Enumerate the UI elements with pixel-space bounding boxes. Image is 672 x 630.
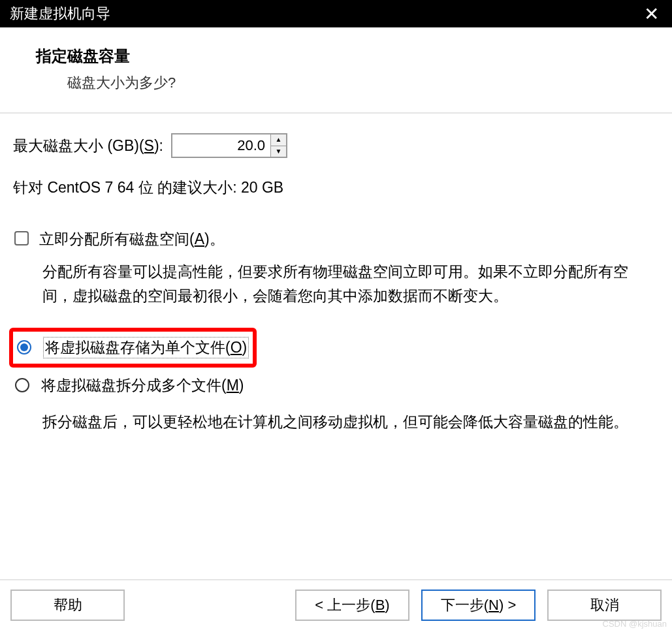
wizard-content: 最大磁盘大小 (GB)(S): ▲ ▼ 针对 CentOS 7 64 位 的建议… (0, 114, 672, 433)
store-single-file-radio[interactable] (17, 340, 31, 354)
highlighted-option: 将虚拟磁盘存储为单个文件(O) (9, 328, 257, 368)
store-single-file-label[interactable]: 将虚拟磁盘存储为单个文件(O) (43, 337, 249, 358)
split-files-row: 将虚拟磁盘拆分成多个文件(M) (13, 371, 659, 400)
window-title: 新建虚拟机向导 (10, 4, 110, 24)
page-title: 指定磁盘容量 (36, 46, 636, 67)
close-icon[interactable]: ✕ (641, 3, 662, 25)
next-button[interactable]: 下一步(N) > (421, 590, 536, 621)
disk-size-label: 最大磁盘大小 (GB)(S): (13, 136, 163, 156)
wizard-header: 指定磁盘容量 磁盘大小为多少? (0, 27, 672, 114)
back-button[interactable]: < 上一步(B) (295, 590, 409, 621)
spinner-buttons: ▲ ▼ (270, 134, 286, 157)
recommendation-text: 针对 CentOS 7 64 位 的建议大小: 20 GB (13, 178, 659, 198)
help-button[interactable]: 帮助 (10, 590, 125, 621)
spinner-down-icon[interactable]: ▼ (271, 146, 286, 157)
allocate-now-checkbox[interactable] (14, 231, 29, 245)
spinner-up-icon[interactable]: ▲ (271, 134, 286, 146)
allocate-now-label[interactable]: 立即分配所有磁盘空间(A)。 (39, 229, 225, 249)
disk-size-input[interactable] (172, 134, 270, 157)
split-files-label[interactable]: 将虚拟磁盘拆分成多个文件(M) (41, 375, 244, 396)
split-files-radio[interactable] (15, 378, 29, 392)
cancel-button[interactable]: 取消 (547, 590, 662, 621)
wizard-footer: 帮助 < 上一步(B) 下一步(N) > 取消 (0, 579, 672, 630)
disk-size-spinner[interactable]: ▲ ▼ (171, 133, 287, 158)
split-files-description: 拆分磁盘后，可以更轻松地在计算机之间移动虚拟机，但可能会降低大容量磁盘的性能。 (13, 410, 659, 434)
titlebar: 新建虚拟机向导 ✕ (0, 0, 672, 27)
disk-size-row: 最大磁盘大小 (GB)(S): ▲ ▼ (13, 133, 659, 158)
allocate-now-row: 立即分配所有磁盘空间(A)。 (13, 229, 659, 249)
allocate-description: 分配所有容量可以提高性能，但要求所有物理磁盘空间立即可用。如果不立即分配所有空间… (13, 260, 659, 308)
page-subtitle: 磁盘大小为多少? (36, 73, 636, 93)
